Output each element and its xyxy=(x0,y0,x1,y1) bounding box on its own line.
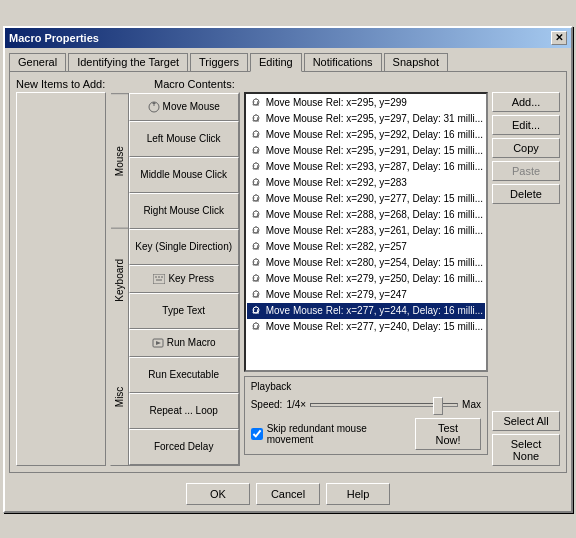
help-button[interactable]: Help xyxy=(326,483,390,505)
macro-item[interactable]: Move Mouse Rel: x=295, y=292, Delay: 16 … xyxy=(247,127,485,143)
tab-general[interactable]: General xyxy=(9,53,66,72)
item-run-macro-label: Run Macro xyxy=(167,337,216,349)
macro-item-text: Move Mouse Rel: x=279, y=247 xyxy=(266,289,407,300)
macro-item-text: Move Mouse Rel: x=277, y=240, Delay: 15 … xyxy=(266,321,483,332)
tab-content: New Items to Add: Macro Contents: xyxy=(9,71,567,473)
item-forced-delay[interactable]: Forced Delay xyxy=(129,429,239,465)
macro-item[interactable]: Move Mouse Rel: x=293, y=287, Delay: 16 … xyxy=(247,159,485,175)
item-right-mouse-click[interactable]: Right Mouse Click xyxy=(129,193,239,229)
macro-item[interactable]: Move Mouse Rel: x=295, y=297, Delay: 31 … xyxy=(247,111,485,127)
select-all-button[interactable]: Select All xyxy=(492,411,560,431)
item-left-mouse-click[interactable]: Left Mouse Click xyxy=(129,121,239,157)
macro-item[interactable]: Move Mouse Rel: x=277, y=240, Delay: 15 … xyxy=(247,319,485,335)
cat-misc-label: Misc xyxy=(111,330,128,464)
macro-item-icon xyxy=(249,320,263,334)
speed-slider-container xyxy=(310,396,458,414)
ok-button[interactable]: OK xyxy=(186,483,250,505)
macro-item[interactable]: Move Mouse Rel: x=279, y=247 xyxy=(247,287,485,303)
skip-redundant-checkbox[interactable] xyxy=(251,428,263,440)
macro-item-text: Move Mouse Rel: x=295, y=291, Delay: 15 … xyxy=(266,145,483,156)
macro-item[interactable]: Move Mouse Rel: x=292, y=283 xyxy=(247,175,485,191)
macro-item[interactable]: Move Mouse Rel: x=295, y=299 xyxy=(247,95,485,111)
item-middle-mouse-click-label: Middle Mouse Click xyxy=(140,169,227,181)
item-key-single[interactable]: Key (Single Direction) xyxy=(129,229,239,265)
item-move-mouse-label: Move Mouse xyxy=(163,101,220,113)
macro-item-icon xyxy=(249,208,263,222)
macro-properties-window: Macro Properties ✕ GeneralIdentifying th… xyxy=(3,26,573,513)
delete-button[interactable]: Delete xyxy=(492,184,560,204)
bottom-bar: OK Cancel Help xyxy=(5,477,571,511)
item-run-executable-label: Run Executable xyxy=(148,369,219,381)
macro-item-icon xyxy=(249,288,263,302)
macro-item-text: Move Mouse Rel: x=295, y=292, Delay: 16 … xyxy=(266,129,483,140)
macro-item-icon xyxy=(249,304,263,318)
item-middle-mouse-click[interactable]: Middle Mouse Click xyxy=(129,157,239,193)
macro-contents-label: Macro Contents: xyxy=(154,78,235,90)
macro-item-text: Move Mouse Rel: x=282, y=257 xyxy=(266,241,407,252)
close-button[interactable]: ✕ xyxy=(551,31,567,45)
run-macro-icon xyxy=(152,338,164,348)
slider-thumb[interactable] xyxy=(433,397,443,415)
cancel-button[interactable]: Cancel xyxy=(256,483,320,505)
tab-identifying-the-target[interactable]: Identifying the Target xyxy=(68,53,188,72)
tab-snapshot[interactable]: Snapshot xyxy=(384,53,448,72)
macro-item-icon xyxy=(249,176,263,190)
macro-item-icon xyxy=(249,144,263,158)
item-key-press-label: Key Press xyxy=(168,273,214,285)
macro-item-text: Move Mouse Rel: x=277, y=244, Delay: 16 … xyxy=(266,305,483,316)
skip-redundant-label: Skip redundant mouse movement xyxy=(267,423,415,445)
macro-item-text: Move Mouse Rel: x=290, y=277, Delay: 15 … xyxy=(266,193,483,204)
move-mouse-icon xyxy=(148,101,160,113)
tab-notifications[interactable]: Notifications xyxy=(304,53,382,72)
tab-triggers[interactable]: Triggers xyxy=(190,53,248,72)
macro-item-text: Move Mouse Rel: x=280, y=254, Delay: 15 … xyxy=(266,257,483,268)
item-left-mouse-click-label: Left Mouse Click xyxy=(147,133,221,145)
item-run-macro[interactable]: Run Macro xyxy=(129,329,239,357)
macro-item[interactable]: Move Mouse Rel: x=288, y=268, Delay: 16 … xyxy=(247,207,485,223)
macro-item[interactable]: Move Mouse Rel: x=279, y=250, Delay: 16 … xyxy=(247,271,485,287)
macro-item-icon xyxy=(249,96,263,110)
tab-editing[interactable]: Editing xyxy=(250,53,302,72)
middle-panel: Move Mouse Rel: x=295, y=299 Move Mouse … xyxy=(244,92,488,466)
macro-item-icon xyxy=(249,224,263,238)
item-type-text-label: Type Text xyxy=(162,305,205,317)
svg-rect-3 xyxy=(153,274,165,284)
skip-redundant-row: Skip redundant mouse movement xyxy=(251,423,415,445)
macro-item[interactable]: Move Mouse Rel: x=277, y=244, Delay: 16 … xyxy=(247,303,485,319)
paste-button[interactable]: Paste xyxy=(492,161,560,181)
add-button[interactable]: Add... xyxy=(492,92,560,112)
keyboard-icon xyxy=(153,274,165,284)
max-label: Max xyxy=(462,399,481,410)
item-move-mouse[interactable]: Move Mouse xyxy=(129,93,239,121)
speed-value: 1/4× xyxy=(286,399,306,410)
cat-keyboard-label: Keyboard xyxy=(111,228,128,331)
macro-item-text: Move Mouse Rel: x=293, y=287, Delay: 16 … xyxy=(266,161,483,172)
copy-button[interactable]: Copy xyxy=(492,138,560,158)
edit-button[interactable]: Edit... xyxy=(492,115,560,135)
macro-item-icon xyxy=(249,160,263,174)
item-run-executable[interactable]: Run Executable xyxy=(129,357,239,393)
item-key-press[interactable]: Key Press xyxy=(129,265,239,293)
item-forced-delay-label: Forced Delay xyxy=(154,441,213,453)
speed-label: Speed: xyxy=(251,399,283,410)
macro-item-icon xyxy=(249,272,263,286)
window-title: Macro Properties xyxy=(9,32,99,44)
macro-item-icon xyxy=(249,192,263,206)
macro-item[interactable]: Move Mouse Rel: x=280, y=254, Delay: 15 … xyxy=(247,255,485,271)
macro-item-icon xyxy=(249,256,263,270)
select-none-button[interactable]: Select None xyxy=(492,434,560,466)
macro-item-icon xyxy=(249,112,263,126)
title-bar: Macro Properties ✕ xyxy=(5,28,571,48)
item-type-text[interactable]: Type Text xyxy=(129,293,239,329)
item-key-single-label: Key (Single Direction) xyxy=(135,241,232,253)
macro-contents-list[interactable]: Move Mouse Rel: x=295, y=299 Move Mouse … xyxy=(244,92,488,372)
macro-item-text: Move Mouse Rel: x=292, y=283 xyxy=(266,177,407,188)
macro-item[interactable]: Move Mouse Rel: x=282, y=257 xyxy=(247,239,485,255)
macro-item[interactable]: Move Mouse Rel: x=295, y=291, Delay: 15 … xyxy=(247,143,485,159)
item-repeat-loop[interactable]: Repeat ... Loop xyxy=(129,393,239,429)
macro-item[interactable]: Move Mouse Rel: x=283, y=261, Delay: 16 … xyxy=(247,223,485,239)
macro-item-text: Move Mouse Rel: x=295, y=297, Delay: 31 … xyxy=(266,113,483,124)
macro-item-text: Move Mouse Rel: x=279, y=250, Delay: 16 … xyxy=(266,273,483,284)
macro-item[interactable]: Move Mouse Rel: x=290, y=277, Delay: 15 … xyxy=(247,191,485,207)
test-now-button[interactable]: Test Now! xyxy=(415,418,481,450)
